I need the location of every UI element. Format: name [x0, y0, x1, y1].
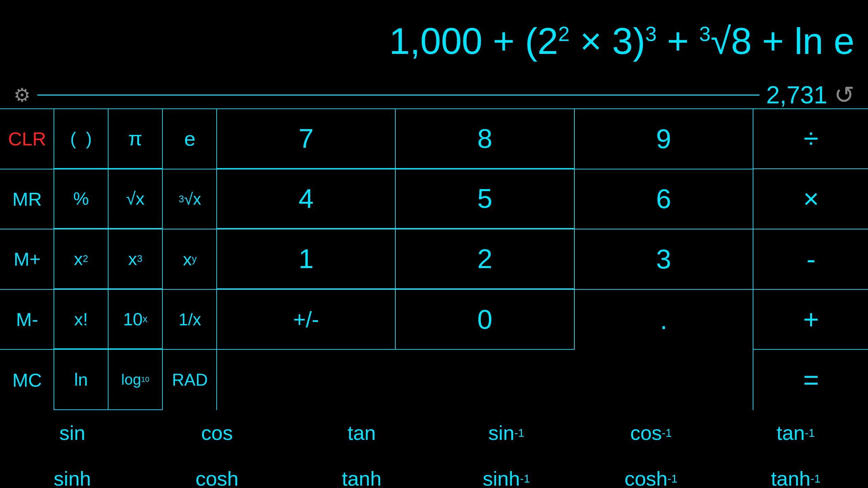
plus-button[interactable]: + — [753, 290, 868, 350]
btn-8[interactable]: 8 — [396, 109, 574, 169]
special-row-2: % √x 3√x — [54, 169, 217, 230]
result-display: 2,731 — [766, 81, 827, 109]
mplus-button[interactable]: M+ — [0, 229, 54, 290]
cos-button[interactable]: cos — [145, 421, 290, 445]
trig-row-2: sinh cosh tanh sinh-1 cosh-1 tanh-1 — [0, 456, 868, 488]
ln-button[interactable]: ln — [54, 350, 108, 410]
btn-5[interactable]: 5 — [396, 169, 574, 229]
trig-section: sin cos tan sin-1 cos-1 tan-1 sinh cosh … — [0, 410, 868, 488]
multiply-button[interactable]: × — [753, 169, 868, 229]
special-row-4: x! 10x 1/x — [54, 290, 217, 350]
expression-display: 1,000 + (22 × 3)3 + 3√8 + ln e — [0, 20, 868, 61]
divide-button[interactable]: ÷ — [753, 109, 868, 169]
btn-decimal[interactable]: . — [575, 290, 753, 350]
special-functions: ( ) π e % √x 3√x x2 x3 xy x! 10x 1/x — [54, 109, 217, 410]
xy-button[interactable]: xy — [163, 229, 217, 289]
clr-button[interactable]: CLR — [0, 109, 54, 169]
minus-button[interactable]: - — [753, 229, 868, 290]
btn-9[interactable]: 9 — [575, 109, 753, 169]
left-section: CLR MR M+ M- MC ( ) π e % √x 3√x x2 x3 — [0, 109, 217, 410]
tan-button[interactable]: tan — [289, 421, 434, 445]
btn-0[interactable]: 0 — [396, 290, 574, 350]
e-button[interactable]: e — [163, 109, 217, 169]
sqrt-button[interactable]: √x — [108, 169, 163, 229]
num-row-789: 7 8 9 — [217, 109, 753, 169]
acos-button[interactable]: cos-1 — [579, 421, 724, 445]
equals-button[interactable]: = — [753, 350, 868, 410]
sinh-button[interactable]: sinh — [0, 467, 145, 488]
atan-button[interactable]: tan-1 — [723, 421, 868, 445]
btn-plusminus[interactable]: +/- — [217, 290, 396, 350]
operator-section: ÷ × ◄✕ - + = — [753, 109, 868, 410]
mminus-button[interactable]: M- — [0, 290, 54, 350]
mc-button[interactable]: MC — [0, 350, 54, 410]
atanh-button[interactable]: tanh-1 — [723, 467, 868, 488]
btn-3[interactable]: 3 — [575, 229, 753, 289]
asin-button[interactable]: sin-1 — [434, 421, 579, 445]
display-area: 1,000 + (22 × 3)3 + 3√8 + ln e — [0, 0, 868, 81]
cbrt-button[interactable]: 3√x — [163, 169, 217, 229]
trig-row-1: sin cos tan sin-1 cos-1 tan-1 — [0, 410, 868, 456]
special-row-5: ln log10 RAD — [54, 350, 217, 410]
cosh-button[interactable]: cosh — [145, 467, 290, 488]
number-section: 7 8 9 4 5 6 1 2 3 +/- 0 . — [217, 109, 753, 410]
icon-row: ⚙ 2,731 ↺ — [0, 81, 868, 108]
btn-1[interactable]: 1 — [217, 229, 396, 289]
asinh-button[interactable]: sinh-1 — [434, 467, 579, 488]
x2-button[interactable]: x2 — [54, 229, 108, 289]
10x-button[interactable]: 10x — [108, 290, 163, 349]
tanh-button[interactable]: tanh — [289, 467, 434, 488]
special-row-1: ( ) π e — [54, 109, 217, 169]
factorial-button[interactable]: x! — [54, 290, 108, 349]
acosh-button[interactable]: cosh-1 — [579, 467, 724, 488]
rad-button[interactable]: RAD — [163, 350, 217, 410]
num-row-123: 1 2 3 — [217, 229, 753, 290]
log10-button[interactable]: log10 — [108, 350, 163, 410]
sin-button[interactable]: sin — [0, 421, 145, 445]
num-row-456: 4 5 6 — [217, 169, 753, 230]
num-row-bottom: +/- 0 . — [217, 290, 753, 350]
special-row-3: x2 x3 xy — [54, 229, 217, 290]
btn-7[interactable]: 7 — [217, 109, 396, 169]
mr-button[interactable]: MR — [0, 169, 54, 230]
btn-4[interactable]: 4 — [217, 169, 396, 229]
keypad: CLR MR M+ M- MC ( ) π e % √x 3√x x2 x3 — [0, 108, 868, 410]
paren-button[interactable]: ( ) — [54, 109, 108, 169]
pi-button[interactable]: π — [108, 109, 163, 169]
memory-column: CLR MR M+ M- MC — [0, 109, 54, 410]
x3-button[interactable]: x3 — [108, 229, 163, 289]
percent-button[interactable]: % — [54, 169, 108, 229]
btn-2[interactable]: 2 — [396, 229, 574, 289]
reciprocal-button[interactable]: 1/x — [163, 290, 217, 349]
settings-icon[interactable]: ⚙ — [14, 84, 31, 106]
btn-6[interactable]: 6 — [575, 169, 753, 229]
history-icon[interactable]: ↺ — [834, 81, 854, 109]
